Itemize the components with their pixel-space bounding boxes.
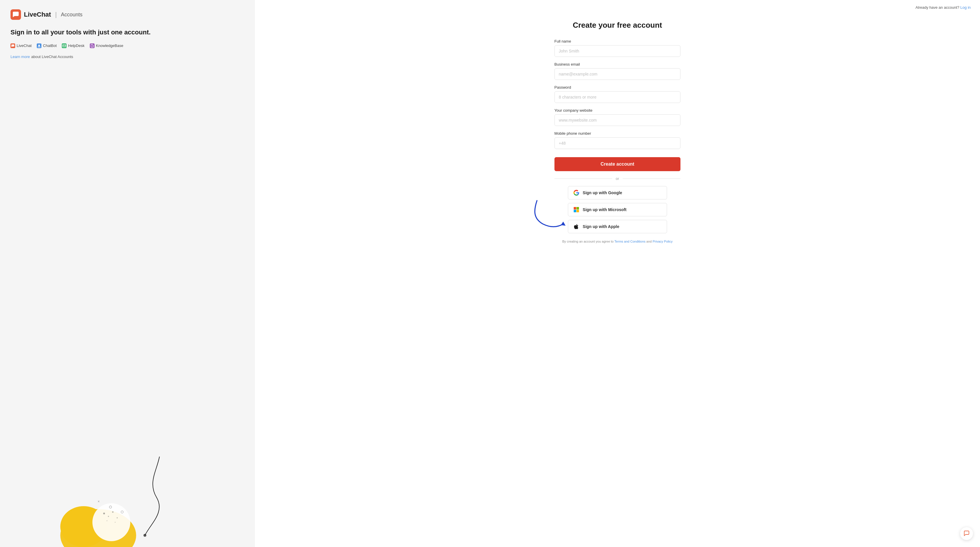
illustration: × [0,454,255,547]
phone-label: Mobile phone number [554,131,681,135]
product-knowledgebase: KnowledgeBase [90,43,123,48]
livechat-icon [11,43,15,48]
svg-point-15 [115,522,116,523]
google-signup-label: Sign up with Google [583,191,622,195]
login-link[interactable]: Log in [961,5,970,10]
left-panel: LiveChat | Accounts Sign in to all your … [0,0,255,547]
svg-point-9 [92,503,130,541]
arrow-annotation [531,198,566,233]
knowledgebase-icon [90,43,94,48]
microsoft-icon [573,207,579,213]
privacy-link[interactable]: Privacy Policy [652,240,672,243]
chat-widget-button[interactable] [960,527,973,540]
and-label: and [646,240,652,243]
form-container: Create your free account Full name Busin… [547,15,687,261]
google-icon [573,190,579,196]
apple-icon [573,224,579,229]
svg-rect-23 [574,210,576,213]
svg-point-19 [143,534,146,537]
svg-point-3 [38,45,40,46]
svg-point-10 [103,513,105,514]
learn-more-text: about LiveChat Accounts [31,54,73,59]
microsoft-signup-button[interactable]: Sign up with Microsoft [568,203,667,216]
svg-point-11 [108,516,109,517]
svg-point-18 [121,511,123,513]
full-name-label: Full name [554,39,681,43]
product-list: LiveChat ChatBot HelpDesk KnowledgeBase [11,43,244,48]
svg-rect-4 [38,47,41,47]
email-group: Business email [554,62,681,80]
full-name-group: Full name [554,39,681,57]
product-livechat: LiveChat [11,43,32,48]
helpdesk-label: HelpDesk [68,43,84,48]
svg-rect-24 [576,210,579,213]
email-input[interactable] [554,68,681,80]
logo-area: LiveChat | Accounts [11,10,244,20]
chatbot-icon [37,43,41,48]
svg-point-12 [112,511,113,513]
learn-more-link[interactable]: Learn more [11,54,30,59]
full-name-input[interactable] [554,45,681,57]
svg-text:×: × [98,499,100,504]
apple-signup-label: Sign up with Apple [583,224,619,229]
logo-text: LiveChat [24,11,51,18]
social-buttons: Sign up with Google Sign up with Microso… [554,186,681,233]
livechat-logo-icon [11,10,21,20]
svg-marker-20 [561,222,566,226]
password-group: Password [554,85,681,103]
website-input[interactable] [554,114,681,126]
create-account-button[interactable]: Create account [554,157,681,171]
chatbot-label: ChatBot [43,43,57,48]
google-signup-button[interactable]: Sign up with Google [568,186,667,199]
website-label: Your company website [554,108,681,113]
right-panel: Already have an account? Log in Create y… [255,0,980,547]
svg-point-14 [107,520,107,522]
chat-widget-icon [963,530,970,537]
email-label: Business email [554,62,681,67]
top-bar: Already have an account? Log in [255,0,980,15]
apple-signup-button[interactable]: Sign up with Apple [568,220,667,233]
learn-more-area: Learn more about LiveChat Accounts [11,54,244,59]
livechat-label: LiveChat [17,43,32,48]
password-input[interactable] [554,91,681,103]
svg-point-17 [110,506,112,508]
logo-accounts: Accounts [61,12,83,18]
microsoft-signup-label: Sign up with Microsoft [583,207,627,212]
website-group: Your company website [554,108,681,126]
logo-divider: | [55,11,57,18]
svg-point-8 [60,506,107,547]
tagline: Sign in to all your tools with just one … [11,28,244,37]
svg-rect-22 [576,207,579,210]
helpdesk-icon [62,43,67,48]
phone-group: Mobile phone number [554,131,681,149]
terms-prefix: By creating an account you agree to [562,240,614,243]
terms-text: By creating an account you agree to Term… [554,240,681,243]
password-label: Password [554,85,681,89]
terms-link[interactable]: Terms and Conditions [614,240,646,243]
phone-input[interactable] [554,137,681,149]
product-chatbot: ChatBot [37,43,57,48]
product-helpdesk: HelpDesk [62,43,84,48]
svg-point-7 [60,509,136,547]
or-divider: or [554,177,681,181]
knowledgebase-label: KnowledgeBase [96,43,123,48]
form-title: Create your free account [554,21,681,30]
svg-point-13 [117,517,118,518]
already-text: Already have an account? [916,5,959,10]
or-text: or [616,177,619,181]
svg-rect-21 [574,207,576,210]
